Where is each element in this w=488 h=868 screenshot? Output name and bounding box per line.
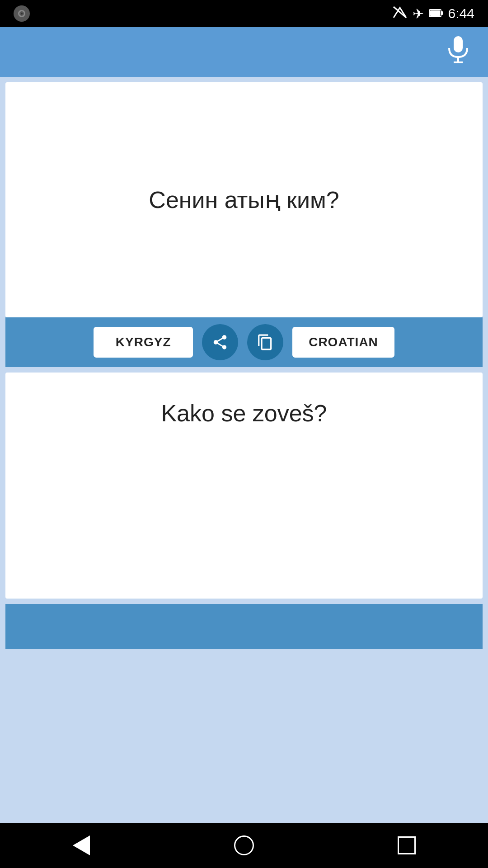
target-panel[interactable]: Kako se zoveš? bbox=[5, 373, 483, 599]
app-toolbar bbox=[0, 27, 488, 77]
language-bar: KYRGYZ CROATIAN bbox=[5, 317, 483, 367]
svg-point-2 bbox=[21, 13, 23, 14]
share-icon bbox=[211, 334, 229, 351]
status-left bbox=[14, 5, 30, 22]
recent-button[interactable] bbox=[389, 827, 425, 863]
main-content: Сенин атың ким? KYRGYZ CROATIAN Kako se … bbox=[0, 77, 488, 823]
copy-button[interactable] bbox=[247, 324, 283, 360]
target-language-button[interactable]: CROATIAN bbox=[292, 327, 394, 358]
recent-icon bbox=[398, 836, 416, 854]
source-language-button[interactable]: KYRGYZ bbox=[94, 327, 193, 358]
copy-icon bbox=[257, 334, 274, 351]
home-button[interactable] bbox=[226, 827, 262, 863]
airplane-icon: ✈ bbox=[413, 6, 424, 22]
share-button[interactable] bbox=[202, 324, 238, 360]
signal-icon bbox=[14, 5, 30, 22]
target-text: Kako se zoveš? bbox=[143, 373, 345, 445]
back-icon bbox=[73, 835, 90, 855]
bottom-toolbar bbox=[5, 604, 483, 649]
status-right: ✈ 6:44 bbox=[393, 6, 474, 22]
svg-rect-7 bbox=[441, 11, 443, 15]
signal-off-icon bbox=[393, 6, 407, 22]
mic-button[interactable] bbox=[446, 35, 470, 69]
back-button[interactable] bbox=[63, 827, 99, 863]
nav-bar bbox=[0, 823, 488, 868]
status-bar: ✈ 6:44 bbox=[0, 0, 488, 27]
home-icon bbox=[234, 835, 254, 855]
source-text: Сенин атың ким? bbox=[131, 168, 357, 231]
mic-icon bbox=[446, 35, 470, 69]
status-time: 6:44 bbox=[448, 6, 474, 21]
svg-rect-8 bbox=[454, 36, 463, 52]
svg-rect-6 bbox=[430, 10, 440, 16]
source-panel[interactable]: Сенин атың ким? bbox=[5, 82, 483, 317]
battery-icon bbox=[429, 7, 443, 21]
